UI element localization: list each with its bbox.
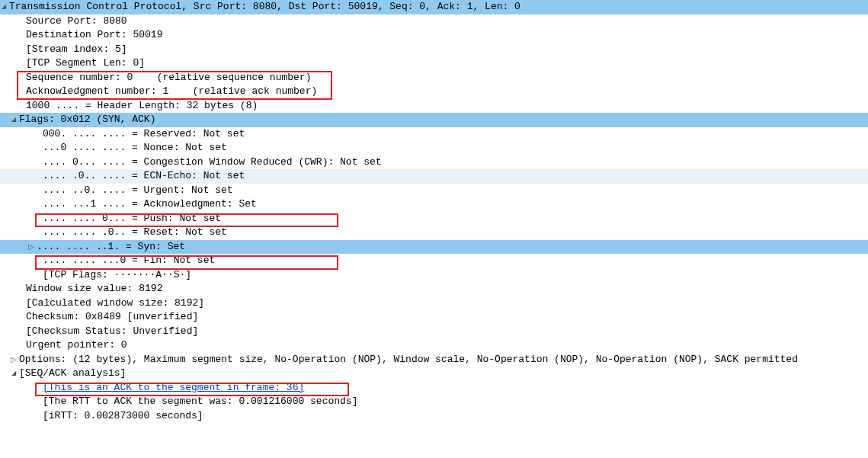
src-port-row[interactable]: Source Port: 8080 [0,14,868,29]
tcp-header-text: Transmission Control Protocol, Src Port:… [9,0,520,14]
field-text: .... .... 0... = Push: Not set [43,212,221,226]
field-text: Destination Port: 50019 [26,28,162,43]
seqack-header-row[interactable]: [SEQ/ACK analysis] [0,367,868,381]
segment-len-row[interactable]: [TCP Segment Len: 0] [0,56,868,71]
field-text: .... ...1 .... = Acknowledgment: Set [43,197,257,212]
field-text: [Checksum Status: Unverified] [26,325,198,339]
irtt-row[interactable]: [iRTT: 0.002873000 seconds] [0,409,868,424]
field-text: .... .0.. .... = ECN-Echo: Not set [43,169,245,184]
seq-num-row[interactable]: Sequence number: 0 (relative sequence nu… [0,71,868,85]
header-len-row[interactable]: 1000 .... = Header Length: 32 bytes (8) [0,99,868,114]
field-text: [Calculated window size: 8192] [26,296,204,311]
tcp-flags-summary-row[interactable]: [TCP Flags: ·······A··S·] [0,268,868,283]
field-text: Sequence number: 0 (relative sequence nu… [26,71,311,85]
stream-index-row[interactable]: [Stream index: 5] [0,43,868,57]
ack-to-frame-row[interactable]: [This is an ACK to the segment in frame:… [0,381,868,396]
field-text: Source Port: 8080 [26,14,127,29]
expand-toggle-icon[interactable] [10,367,18,381]
flag-urgent-row[interactable]: .... ..0. .... = Urgent: Not set [0,184,868,198]
flags-header-row[interactable]: Flags: 0x012 (SYN, ACK) [0,113,868,127]
field-text: 000. .... .... = Reserved: Not set [43,127,245,142]
field-text: [TCP Flags: ·······A··S·] [43,268,191,283]
field-text: [TCP Segment Len: 0] [26,56,145,71]
calc-window-row[interactable]: [Calculated window size: 8192] [0,296,868,311]
expand-toggle-icon[interactable] [10,113,18,127]
field-text: .... .... .0.. = Reset: Not set [43,226,227,240]
field-text: Checksum: 0x8489 [unverified] [26,310,198,325]
expand-toggle-icon[interactable] [10,353,18,367]
dst-port-row[interactable]: Destination Port: 50019 [0,28,868,43]
checksum-row[interactable]: Checksum: 0x8489 [unverified] [0,310,868,325]
ack-num-row[interactable]: Acknowledgment number: 1 (relative ack n… [0,85,868,99]
field-text: .... 0... .... = Congestion Window Reduc… [43,155,382,170]
window-size-row[interactable]: Window size value: 8192 [0,282,868,296]
field-text: .... .... ...0 = Fin: Not set [43,254,215,268]
field-text: [The RTT to ACK the segment was: 0.00121… [43,395,357,409]
expand-toggle-icon[interactable] [27,240,35,255]
flag-ack-row[interactable]: .... ...1 .... = Acknowledgment: Set [0,197,868,212]
field-text: Window size value: 8192 [26,282,162,296]
expand-toggle-icon[interactable] [0,0,8,14]
field-text: ...0 .... .... = Nonce: Not set [43,141,227,155]
tcp-header-row[interactable]: Transmission Control Protocol, Src Port:… [0,0,868,14]
flag-reserved-row[interactable]: 000. .... .... = Reserved: Not set [0,127,868,142]
field-text: [Stream index: 5] [26,43,127,57]
flag-reset-row[interactable]: .... .... .0.. = Reset: Not set [0,226,868,240]
flag-nonce-row[interactable]: ...0 .... .... = Nonce: Not set [0,141,868,155]
flag-push-row[interactable]: .... .... 0... = Push: Not set [0,212,868,226]
packet-details-pane[interactable]: Transmission Control Protocol, Src Port:… [0,0,868,423]
flag-ecn-row[interactable]: .... .0.. .... = ECN-Echo: Not set [0,169,868,184]
urgent-ptr-row[interactable]: Urgent pointer: 0 [0,338,868,353]
field-text: .... ..0. .... = Urgent: Not set [43,184,233,198]
field-text: 1000 .... = Header Length: 32 bytes (8) [26,99,258,114]
field-text: Acknowledgment number: 1 (relative ack n… [26,85,317,99]
flag-fin-row[interactable]: .... .... ...0 = Fin: Not set [0,254,868,268]
ack-frame-link[interactable]: [This is an ACK to the segment in frame:… [43,381,304,396]
field-text: Options: (12 bytes), Maximum segment siz… [19,353,798,367]
flags-header-text: Flags: 0x012 (SYN, ACK) [19,113,155,127]
field-text: Urgent pointer: 0 [26,338,127,353]
rtt-row[interactable]: [The RTT to ACK the segment was: 0.00121… [0,395,868,409]
flag-syn-row[interactable]: .... .... ..1. = Syn: Set [0,240,868,255]
options-row[interactable]: Options: (12 bytes), Maximum segment siz… [0,353,868,367]
field-text: [SEQ/ACK analysis] [19,367,126,381]
checksum-status-row[interactable]: [Checksum Status: Unverified] [0,325,868,339]
flag-cwr-row[interactable]: .... 0... .... = Congestion Window Reduc… [0,155,868,170]
field-text: [iRTT: 0.002873000 seconds] [43,409,203,424]
field-text: .... .... ..1. = Syn: Set [37,240,185,255]
